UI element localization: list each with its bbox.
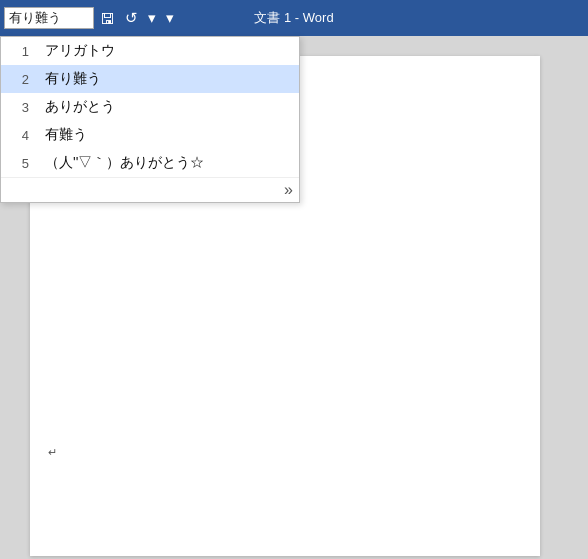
cursor-mark: ↵ <box>48 446 57 459</box>
autocomplete-item-1[interactable]: 1 アリガトウ <box>1 37 299 65</box>
item-text-2: 有り難う <box>45 70 287 88</box>
item-num-2: 2 <box>13 72 29 87</box>
redo-dropdown-btn[interactable]: ▾ <box>144 7 160 29</box>
autocomplete-item-4[interactable]: 4 有難う <box>1 121 299 149</box>
item-text-4: 有難う <box>45 126 287 144</box>
autocomplete-item-2[interactable]: 2 有り難う <box>1 65 299 93</box>
item-num-3: 3 <box>13 100 29 115</box>
autocomplete-more: » <box>1 177 299 202</box>
item-text-5: （人''▽｀）ありがとう☆ <box>45 154 287 172</box>
item-text-1: アリガトウ <box>45 42 287 60</box>
autocomplete-dropdown: 1 アリガトウ 2 有り難う 3 ありがとう 4 有難う 5 （人''▽｀）あり… <box>0 36 300 203</box>
item-text-3: ありがとう <box>45 98 287 116</box>
item-num-1: 1 <box>13 44 29 59</box>
title-text: 文書 1 - Word <box>254 9 333 27</box>
autocomplete-item-5[interactable]: 5 （人''▽｀）ありがとう☆ <box>1 149 299 177</box>
item-num-5: 5 <box>13 156 29 171</box>
customize-btn[interactable]: ▾ <box>162 7 178 29</box>
autocomplete-item-3[interactable]: 3 ありがとう <box>1 93 299 121</box>
input-text: 有り難う <box>9 9 61 27</box>
autocomplete-input[interactable]: 有り難う <box>4 7 94 29</box>
more-button[interactable]: » <box>284 181 293 199</box>
title-bar-left: 有り難う 🖫 ↺ ▾ ▾ <box>0 0 178 36</box>
undo-icon-btn[interactable]: ↺ <box>121 7 142 29</box>
item-num-4: 4 <box>13 128 29 143</box>
title-bar: 有り難う 🖫 ↺ ▾ ▾ 文書 1 - Word <box>0 0 588 36</box>
save-icon-btn[interactable]: 🖫 <box>96 8 119 29</box>
